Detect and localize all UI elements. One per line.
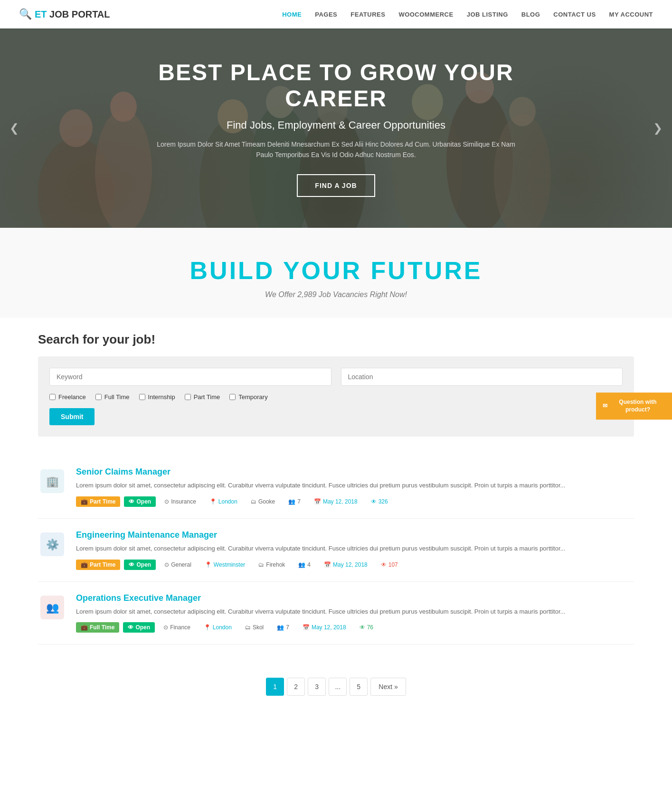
hero-content: BEST PLACE TO GROW YOUR CAREER Find Jobs…	[146, 59, 526, 197]
briefcase-icon: 💼	[81, 624, 88, 631]
search-box: Freelance Full Time Internship Part Time…	[38, 356, 634, 437]
hero-desc: Lorem Ipsum Dolor Sit Amet Timeam Deleni…	[156, 139, 517, 160]
search-submit-button[interactable]: Submit	[49, 408, 95, 425]
job-title-engineering[interactable]: Engineering Maintenance Manager	[76, 530, 634, 540]
job-category-senior-claims: ⊙ Insurance	[160, 496, 201, 507]
job-icon-operations: 👥	[38, 593, 66, 622]
job-views-operations: 👁 76	[355, 622, 378, 633]
location-icon: 📍	[205, 561, 212, 568]
company-icon: 🗂	[258, 561, 264, 568]
nav-blog[interactable]: BLOG	[521, 11, 540, 18]
people-icon: 👥	[298, 561, 305, 568]
page-next-button[interactable]: Next »	[370, 678, 406, 696]
job-location-engineering: 📍 Westminster	[200, 560, 250, 570]
job-status-engineering: 👁 Open	[124, 560, 156, 570]
filter-temporary[interactable]: Temporary	[229, 393, 267, 401]
job-desc-engineering: Lorem ipsum dolor sit amet, consectetur …	[76, 544, 634, 554]
search-heading: Search for your job!	[38, 332, 634, 347]
job-category-engineering: ⊙ General	[160, 560, 196, 570]
logo[interactable]: 🔍 ET JOB PORTAL	[19, 8, 110, 20]
job-card-engineering: ⚙️ Engineering Maintenance Manager Lorem…	[38, 519, 634, 582]
job-date-engineering: 📅 May 12, 2018	[319, 560, 372, 570]
svg-point-2	[95, 109, 152, 228]
job-status-operations: 👁 Open	[123, 622, 155, 633]
job-type-engineering: 💼 Part Time	[76, 560, 120, 570]
eye-icon: 👁	[129, 498, 134, 505]
freelance-checkbox[interactable]	[49, 394, 56, 400]
temporary-checkbox[interactable]	[229, 394, 236, 400]
job-date-senior-claims: 📅 May 12, 2018	[309, 496, 362, 507]
calendar-icon: 📅	[314, 498, 321, 505]
location-icon: 📍	[204, 624, 211, 631]
calendar-icon: 📅	[324, 561, 331, 568]
calendar-icon: 📅	[303, 624, 310, 631]
pagination: 1 2 3 ... 5 Next »	[0, 663, 672, 719]
keyword-input[interactable]	[49, 368, 331, 386]
job-tags-engineering: 💼 Part Time 👁 Open ⊙ General 📍 Westminst…	[76, 560, 634, 570]
hero-subtitle: Find Jobs, Employment & Career Opportuni…	[156, 119, 517, 131]
category-icon: ⊙	[164, 561, 169, 568]
eye-icon: 👁	[129, 561, 134, 568]
parttime-checkbox[interactable]	[185, 394, 191, 400]
job-applicants-operations: 👥 7	[272, 622, 294, 633]
eye-icon: 👁	[128, 624, 133, 631]
briefcase-icon: 💼	[81, 561, 88, 568]
views-icon: 👁	[371, 498, 377, 505]
filter-freelance[interactable]: Freelance	[49, 393, 86, 401]
job-desc-senior-claims: Lorem ipsum dolor sit amet, consectetur …	[76, 481, 634, 491]
job-applicants-senior-claims: 👥 7	[284, 496, 305, 507]
job-company-operations: 🗂 Skol	[240, 622, 268, 633]
company-icon: 🗂	[245, 624, 251, 631]
job-type-operations: 💼 Full Time	[76, 622, 119, 633]
job-tags-operations: 💼 Full Time 👁 Open ⊙ Finance 📍 London 🗂	[76, 622, 634, 633]
svg-point-1	[59, 109, 93, 147]
nav-home[interactable]: HOME	[282, 11, 302, 18]
filter-checkboxes: Freelance Full Time Internship Part Time…	[49, 393, 623, 401]
fulltime-checkbox[interactable]	[95, 394, 102, 400]
nav-contact[interactable]: CONTACT US	[553, 11, 596, 18]
job-date-operations: 📅 May 12, 2018	[298, 622, 351, 633]
svg-text:👥: 👥	[46, 601, 59, 614]
build-subtitle: We Offer 2,989 Job Vacancies Right Now!	[19, 290, 653, 299]
page-2-button[interactable]: 2	[287, 678, 305, 696]
page-ellipsis: ...	[329, 678, 347, 696]
internship-checkbox[interactable]	[139, 394, 145, 400]
filter-fulltime[interactable]: Full Time	[95, 393, 130, 401]
job-category-operations: ⊙ Finance	[159, 622, 195, 633]
question-label: Question with product?	[610, 398, 665, 414]
page-3-button[interactable]: 3	[308, 678, 326, 696]
job-title-senior-claims[interactable]: Senior Claims Manager	[76, 467, 634, 477]
people-icon: 👥	[288, 498, 295, 505]
nav-features[interactable]: FEATURES	[350, 11, 385, 18]
views-icon: 👁	[381, 561, 387, 568]
hero-prev-arrow[interactable]: ❮	[9, 121, 19, 135]
build-title: BUILD YOUR FUTURE	[19, 256, 653, 285]
nav-job-listing[interactable]: JOB LISTING	[467, 11, 508, 18]
logo-et: ET JOB PORTAL	[35, 9, 110, 20]
question-button[interactable]: ✉ Question with product?	[596, 392, 672, 420]
job-type-senior-claims: 💼 Part Time	[76, 496, 120, 507]
job-card-operations: 👥 Operations Executive Manager Lorem ips…	[38, 582, 634, 645]
job-title-operations[interactable]: Operations Executive Manager	[76, 593, 634, 603]
job-card-senior-claims: 🏢 Senior Claims Manager Lorem ipsum dolo…	[38, 456, 634, 519]
find-job-button[interactable]: FIND A JOB	[297, 174, 375, 197]
job-applicants-engineering: 👥 4	[293, 560, 315, 570]
page-1-button[interactable]: 1	[266, 678, 284, 696]
filter-parttime[interactable]: Part Time	[185, 393, 220, 401]
job-content-engineering: Engineering Maintenance Manager Lorem ip…	[76, 530, 634, 570]
nav-woocommerce[interactable]: WOOCOMMERCE	[398, 11, 453, 18]
briefcase-icon: 💼	[81, 498, 88, 505]
nav-pages[interactable]: PAGES	[315, 11, 337, 18]
job-company-engineering: 🗂 Firehok	[254, 560, 290, 570]
search-section: Search for your job! Freelance Full Time…	[0, 318, 672, 456]
hero-section: ❮ BEST PLACE TO GROW YOUR CAREER Find Jo…	[0, 28, 672, 228]
category-icon: ⊙	[164, 498, 169, 505]
filter-internship[interactable]: Internship	[139, 393, 175, 401]
hero-next-arrow[interactable]: ❯	[653, 121, 663, 135]
page-5-button[interactable]: 5	[350, 678, 368, 696]
job-location-operations: 📍 London	[199, 622, 237, 633]
nav-my-account[interactable]: MY ACCOUNT	[609, 11, 653, 18]
job-views-engineering: 👁 107	[376, 560, 403, 570]
location-input[interactable]	[341, 368, 623, 386]
logo-search-icon: 🔍	[19, 8, 32, 20]
